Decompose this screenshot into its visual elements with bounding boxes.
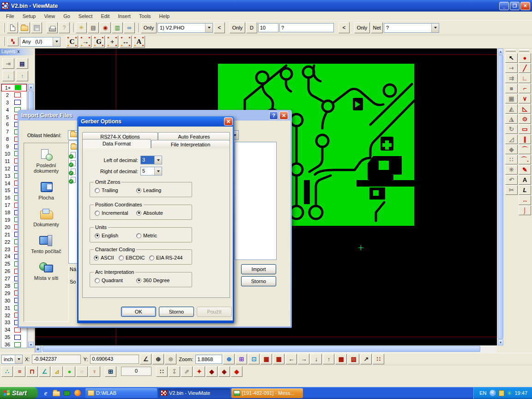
only-layer-button[interactable]: Only [141,22,157,33]
menu-file[interactable]: File [2,12,18,20]
zoom-in-button[interactable]: ⊕ [223,354,235,364]
prev-net-button[interactable]: < [339,22,350,33]
scroll-down-icon[interactable]: ▼ [28,342,34,348]
label-tool[interactable]: L [519,185,531,195]
mirror-x-tool[interactable]: ◭ [505,104,518,114]
filled-area-tool[interactable]: ■ [505,84,518,93]
language-indicator[interactable]: EN [479,390,486,396]
clipboard-tray-icon[interactable] [499,390,504,396]
draw-rect-tool[interactable]: ▭ [519,124,531,134]
menu-select[interactable]: Select [74,12,97,20]
layer-colors-button[interactable]: ▥ [112,22,123,33]
palette-grip[interactable] [506,49,516,52]
layer-color-swatch[interactable] [14,342,21,347]
layer-row-2[interactable]: 2 [1,91,27,99]
layer-color-swatch[interactable] [14,335,21,340]
scroll-thumb[interactable] [498,55,503,339]
measure-angle-button[interactable]: ⊿ [51,366,63,377]
toolbar-grip[interactable] [137,23,139,32]
radio-quadrant[interactable]: Quadrant [95,278,123,283]
mirror-y-tool[interactable]: ◮ [505,114,518,124]
menu-help[interactable]: Help [155,12,174,20]
text-tool[interactable]: A [519,175,531,185]
draw-sketch-tool[interactable]: ✎ [519,165,531,175]
angle-readout-button[interactable]: ∠ [140,354,151,364]
pan-right-button[interactable]: → [298,354,309,364]
scale-tool[interactable]: ◿ [505,134,518,144]
toolbar-grip[interactable] [3,37,5,46]
move-to-layer-tool[interactable]: ⇉ [505,73,518,83]
radio-360-degree[interactable]: 360 Degree [136,278,170,283]
draw-arc-point-tool[interactable]: ⌒. [519,155,531,164]
place-my-computer[interactable]: Tento počítač [24,235,68,254]
dcode-input[interactable] [258,23,278,32]
scroll-thumb[interactable] [42,346,480,352]
rotate-tool[interactable]: ↻ [505,124,518,134]
radio-trailing[interactable]: Trailing [95,187,118,193]
film-setup-button[interactable]: ▤ [88,22,99,33]
canvas-vscrollbar[interactable]: ▲ ▼ [497,48,504,345]
dcode-query-input[interactable] [279,23,334,32]
chevron-down-icon[interactable] [154,167,162,175]
dcode-prefix-button[interactable]: D [246,22,257,33]
measure-line-button[interactable]: ≡ [14,366,25,377]
scroll-corner-button[interactable]: ▣ [35,346,41,352]
tab-auto-features[interactable]: Auto Features [158,132,230,140]
zoom-window-button[interactable]: ⊡ [248,354,260,364]
move-copy-tool[interactable]: ◆ [505,145,518,154]
scroll-thumb[interactable] [28,91,34,111]
radio-incremental[interactable]: Incremental [95,210,128,216]
chevron-down-icon[interactable] [15,355,22,363]
flash-pad-tool[interactable]: ● [519,53,531,63]
open-file-button[interactable] [19,22,30,33]
place-recent-documents[interactable]: Poslední dokumenty [24,149,68,174]
only-dcode-button[interactable]: Only [230,22,245,33]
start-button[interactable]: Start [0,387,38,399]
net-select[interactable]: ? [384,23,439,33]
chevron-down-icon[interactable] [53,37,60,46]
draw-triangle-tool[interactable]: ◺ [519,104,531,114]
radio-english[interactable]: English [95,233,118,238]
measure-pad-button[interactable]: ⊓ [26,366,38,377]
layer-row-36[interactable]: 36 [1,341,27,348]
layer-row-35[interactable]: 35 [1,333,27,341]
menu-go[interactable]: Go [59,12,74,20]
quicklaunch-internet-explorer[interactable]: e [42,389,50,397]
print-button[interactable] [47,22,58,33]
prev-layer-button[interactable]: < [214,22,225,33]
measure-edge-button[interactable]: ∠ [39,366,50,377]
film-box-add-button[interactable]: ▩ [335,354,347,364]
layer-color-swatch[interactable] [14,327,21,332]
layers-panel-close-icon[interactable]: x [18,49,34,55]
scroll-up-icon[interactable]: ▲ [28,84,34,90]
chevron-down-icon[interactable] [205,24,212,32]
radio-ebcdic[interactable]: EBCDIC [119,255,145,260]
filled-area-alt-tool[interactable]: ▣ [505,94,518,103]
toolbar-grip[interactable] [72,23,73,32]
highlight-off-button[interactable]: ○ [76,366,88,377]
query-filter-select[interactable]: Any (U) [20,37,60,47]
origin-button[interactable]: ⊛ [165,354,176,364]
only-net-button[interactable]: Only [354,22,370,33]
pan-left-button[interactable]: ← [285,354,297,364]
film-overview-button[interactable]: ▦ [260,354,272,364]
task-button-viewmate[interactable]: V2.bin - ViewMate [158,388,230,398]
radio-eia-rs244[interactable]: EIA RS-244 [149,255,182,260]
move-layer-up-button[interactable]: ↑ [16,71,28,81]
pad-edit-button[interactable]: ◈ [218,366,230,377]
quicklaunch-firefox[interactable] [73,389,82,397]
query-text-button[interactable]: A [133,36,145,48]
pad-select-button[interactable]: ◆ [206,366,218,377]
dcode-table-button[interactable]: ◉ [100,22,111,33]
scroll-up-icon[interactable]: ▲ [498,48,503,54]
ok-button[interactable]: OK [121,307,156,317]
draw-polyline-tool[interactable]: ∟ [519,73,531,83]
pad-copy-button[interactable]: ◆ [231,366,242,377]
radio-leading[interactable]: Leading [136,187,161,193]
query-flash-button[interactable]: + [106,36,118,48]
new-file-button[interactable] [7,22,18,33]
layer-color-swatch[interactable] [14,92,21,97]
insert-layer-button[interactable]: ⇥ [2,58,14,69]
query-mode-button[interactable]: ▚ [7,37,18,46]
layer-color-swatch[interactable] [15,85,21,90]
